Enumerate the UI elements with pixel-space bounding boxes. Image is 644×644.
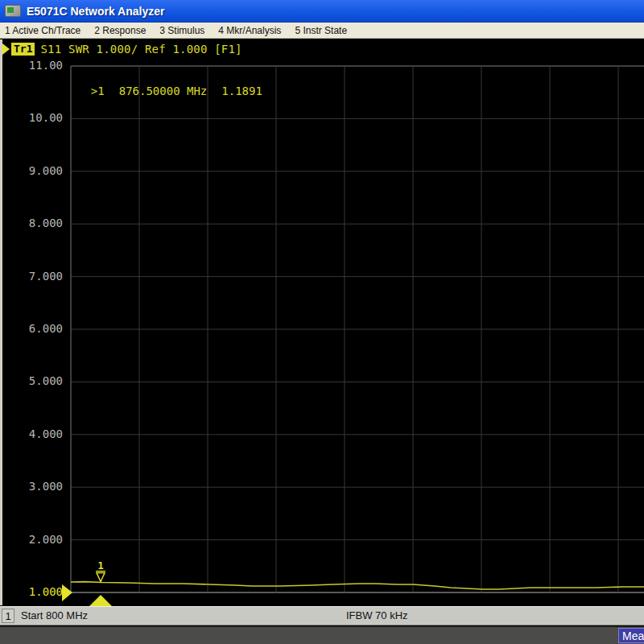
network-analyzer-screen: { "window": { "title": "E5071C Network A… [0, 0, 644, 644]
marker-readout-id: >1 [91, 85, 105, 97]
y-axis-label: 8.000 [11, 217, 63, 229]
meas-softkey-button[interactable]: Mea [618, 628, 644, 643]
active-trace-arrow-icon [2, 43, 10, 55]
y-axis-label: 7.000 [11, 270, 63, 283]
marker-readout-value: 1.1891 [221, 85, 262, 97]
y-axis-label: 10.00 [11, 111, 63, 124]
channel-number-badge: 1 [2, 609, 14, 623]
start-frequency-label: Start 800 MHz [21, 609, 88, 621]
y-axis-label: 5.000 [11, 374, 63, 387]
marker-readout: >1876.50000 MHz1.1891 [77, 72, 277, 97]
marker-1-stimulus-indicator[interactable] [89, 595, 112, 606]
y-axis-label: 11.00 [11, 59, 63, 72]
y-axis-label: 4.000 [11, 427, 63, 440]
y-axis-label: 2.000 [11, 533, 63, 546]
trace-status-bar: Tr1 S11 SWR 1.000/ Ref 1.000 [F1] [2, 42, 242, 56]
marker-readout-frequency: 876.50000 MHz [119, 85, 208, 97]
marker-1-symbol[interactable] [97, 573, 105, 582]
y-axis-label: 6.000 [11, 322, 63, 335]
marker-1-number: 1 [97, 560, 103, 572]
trace-format-info: S11 SWR 1.000/ Ref 1.000 [F1] [40, 43, 242, 56]
trace-label-chip[interactable]: Tr1 [11, 43, 35, 56]
swr-trace [71, 582, 644, 589]
channel-status-bar: 1 Start 800 MHz IFBW 70 kHz [0, 606, 644, 625]
window-left-border [0, 39, 2, 605]
y-axis-label: 3.000 [11, 480, 63, 493]
task-bar: Mea [0, 626, 644, 644]
ifbw-label: IFBW 70 kHz [346, 609, 408, 621]
y-axis-label: 9.000 [11, 164, 63, 177]
y-axis-label: 1.000 [11, 585, 63, 598]
